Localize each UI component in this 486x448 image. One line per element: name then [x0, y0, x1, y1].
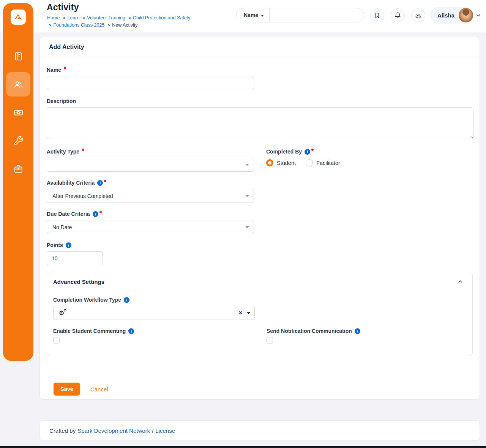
user-name: Alisha [437, 12, 454, 19]
breadcrumb-home[interactable]: Home [47, 15, 60, 21]
avatar [459, 8, 473, 22]
site-footer: Crafted by Spark Development Network / L… [39, 420, 480, 441]
availability-criteria-label: Availability Criteria i [47, 179, 473, 186]
required-indicator [104, 180, 106, 182]
enable-student-commenting-checkbox[interactable] [53, 337, 60, 344]
activity-type-field-group: Activity Type [47, 148, 254, 172]
sidebar-item-tools[interactable] [6, 128, 30, 153]
search-input[interactable] [270, 8, 364, 22]
send-notification-group: Send Notification Communication i [267, 328, 466, 344]
radio-facilitator[interactable]: Facilitator [306, 159, 340, 166]
info-icon[interactable]: i [93, 211, 98, 217]
save-button[interactable]: Save [54, 383, 80, 396]
user-menu[interactable]: Alisha [430, 7, 474, 24]
breadcrumb-separator: > [108, 23, 110, 27]
theme-toggle-button[interactable] [411, 8, 425, 22]
description-input[interactable] [47, 107, 473, 139]
briefcase-icon [13, 164, 24, 174]
breadcrumb-foundations-class[interactable]: Foundations Class 2025 [53, 22, 104, 28]
rock-logo[interactable] [11, 9, 26, 25]
panel-title: Add Activity [40, 37, 480, 57]
select-tools: ✕ [238, 306, 251, 320]
breadcrumb-current: New Activity [112, 22, 137, 28]
info-icon[interactable]: i [355, 328, 360, 334]
info-icon[interactable]: i [66, 242, 71, 248]
points-field-group: Points i [47, 242, 473, 265]
panel-footer: Save Cancel [47, 377, 473, 396]
radio-student[interactable]: Student [266, 159, 296, 166]
clear-x-icon[interactable]: ✕ [238, 310, 243, 315]
sidebar-nav [6, 44, 30, 181]
completion-workflow-select[interactable]: ⚙⚙ ✕ [53, 306, 255, 320]
add-activity-panel: Add Activity Name Description Activity T… [39, 37, 480, 400]
breadcrumb: Home >Learn >Volunteer Training >Child P… [47, 14, 239, 29]
advanced-settings-header[interactable]: Advanced Settings [47, 273, 472, 290]
caret-down-icon [245, 195, 249, 197]
window-bottom-edge [0, 446, 486, 448]
breadcrumb-learn[interactable]: Learn [67, 15, 79, 21]
points-label: Points i [47, 242, 473, 249]
cancel-button[interactable]: Cancel [90, 386, 108, 393]
required-indicator [64, 67, 66, 69]
info-icon[interactable]: i [305, 149, 310, 155]
send-notification-label: Send Notification Communication i [267, 328, 466, 334]
availability-criteria-select[interactable]: After Previous Completed [47, 189, 254, 203]
advanced-settings-panel: Advanced Settings Completion Workflow Ty… [47, 273, 473, 356]
sidebar-item-people[interactable] [6, 72, 30, 97]
breadcrumb-volunteer-training[interactable]: Volunteer Training [87, 15, 125, 21]
sidebar-item-work[interactable] [6, 157, 30, 181]
crafted-by-text: Crafted by [49, 427, 76, 434]
wrench-icon [13, 136, 24, 146]
completed-by-label: Completed By i [266, 148, 473, 155]
advanced-checkbox-row: Enable Student Commenting i Send Notific… [53, 328, 466, 344]
due-date-criteria-label: Due Date Criteria i [47, 211, 473, 217]
global-search: Name [236, 8, 364, 22]
completion-workflow-field-group: Completion Workflow Type i ⚙⚙ ✕ [53, 296, 466, 320]
caret-down-icon [245, 164, 249, 166]
type-completedby-row: Activity Type Completed By i Stu [47, 148, 473, 172]
name-field-group: Name [47, 66, 473, 90]
search-scope-dropdown[interactable]: Name [237, 8, 270, 22]
points-input[interactable] [47, 251, 103, 265]
enable-student-commenting-label: Enable Student Commenting i [53, 328, 254, 334]
enable-student-commenting-group: Enable Student Commenting i [53, 328, 254, 344]
activity-type-select[interactable] [47, 158, 254, 172]
due-date-criteria-field-group: Due Date Criteria i No Date [47, 211, 473, 234]
sidebar-item-journal[interactable] [6, 44, 30, 68]
required-indicator [311, 149, 314, 151]
license-link[interactable]: License [155, 427, 175, 434]
bell-icon [394, 12, 401, 19]
advanced-settings-body: Completion Workflow Type i ⚙⚙ ✕ [47, 290, 472, 356]
due-date-criteria-select[interactable]: No Date [47, 220, 254, 234]
bookmarks-button[interactable] [370, 8, 384, 22]
info-icon[interactable]: i [97, 180, 103, 186]
caret-down-icon[interactable] [247, 312, 251, 314]
radio-selected-icon [266, 159, 273, 166]
info-icon[interactable]: i [128, 328, 134, 334]
completed-by-field-group: Completed By i Student Facilitator [266, 148, 473, 172]
advanced-settings-title: Advanced Settings [53, 279, 104, 285]
send-notification-checkbox[interactable] [267, 337, 273, 344]
sidebar [3, 3, 33, 361]
footer-separator: / [152, 427, 153, 434]
info-icon[interactable]: i [124, 297, 129, 303]
breadcrumb-child-protection[interactable]: Child Protection and Safety [133, 15, 190, 21]
sidebar-item-finance[interactable] [6, 100, 30, 125]
activity-type-label: Activity Type [47, 148, 254, 155]
cash-icon [13, 108, 24, 118]
radio-unselected-icon [306, 159, 313, 166]
spark-development-network-link[interactable]: Spark Development Network [77, 427, 150, 434]
availability-criteria-field-group: Availability Criteria i After Previous C… [47, 179, 473, 203]
rock-logo-icon [13, 11, 24, 23]
user-menu-chevron[interactable] [475, 12, 481, 20]
chevron-up-icon [457, 279, 463, 285]
book-icon [13, 51, 24, 62]
breadcrumb-separator: > [49, 23, 51, 27]
breadcrumb-separator: > [63, 16, 65, 20]
description-label: Description [47, 98, 473, 104]
sun-horizon-icon [415, 12, 422, 19]
name-input[interactable] [47, 76, 254, 90]
notifications-button[interactable] [391, 8, 405, 22]
completed-by-options: Student Facilitator [266, 159, 473, 166]
panel-body: Name Description Activity Type [40, 57, 480, 396]
